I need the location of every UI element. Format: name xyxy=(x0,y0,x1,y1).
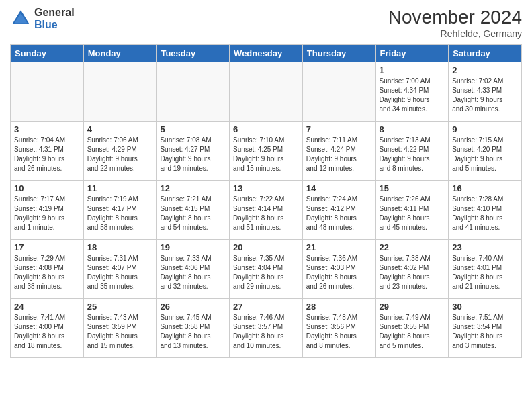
day-number: 19 xyxy=(160,242,226,253)
day-number: 24 xyxy=(14,302,80,312)
day-number: 30 xyxy=(452,302,518,312)
day-info: Sunrise: 7:29 AM Sunset: 4:08 PM Dayligh… xyxy=(14,254,80,291)
calendar-cell: 25Sunrise: 7:43 AM Sunset: 3:59 PM Dayli… xyxy=(83,299,157,358)
day-number: 8 xyxy=(380,124,445,134)
calendar-cell: 11Sunrise: 7:19 AM Sunset: 4:17 PM Dayli… xyxy=(83,181,157,240)
calendar-header-sunday: Sunday xyxy=(11,45,84,62)
calendar-header-wednesday: Wednesday xyxy=(230,45,303,62)
day-info: Sunrise: 7:08 AM Sunset: 4:27 PM Dayligh… xyxy=(160,136,226,173)
calendar-cell: 20Sunrise: 7:35 AM Sunset: 4:04 PM Dayli… xyxy=(230,240,303,299)
logo-blue: Blue xyxy=(34,19,75,31)
day-info: Sunrise: 7:06 AM Sunset: 4:29 PM Dayligh… xyxy=(87,136,153,173)
day-number: 14 xyxy=(306,183,372,193)
day-info: Sunrise: 7:26 AM Sunset: 4:11 PM Dayligh… xyxy=(380,195,445,232)
day-number: 28 xyxy=(306,302,372,312)
day-info: Sunrise: 7:10 AM Sunset: 4:25 PM Dayligh… xyxy=(233,136,299,173)
calendar-cell xyxy=(230,62,303,122)
calendar-cell: 30Sunrise: 7:51 AM Sunset: 3:54 PM Dayli… xyxy=(449,299,522,358)
day-info: Sunrise: 7:00 AM Sunset: 4:34 PM Dayligh… xyxy=(380,77,445,114)
calendar-cell: 29Sunrise: 7:49 AM Sunset: 3:55 PM Dayli… xyxy=(375,299,449,358)
day-info: Sunrise: 7:51 AM Sunset: 3:54 PM Dayligh… xyxy=(452,313,518,351)
calendar-cell: 16Sunrise: 7:28 AM Sunset: 4:10 PM Dayli… xyxy=(449,181,522,240)
calendar-cell: 18Sunrise: 7:31 AM Sunset: 4:07 PM Dayli… xyxy=(83,240,157,299)
day-number: 20 xyxy=(233,242,299,253)
calendar-cell: 27Sunrise: 7:46 AM Sunset: 3:57 PM Dayli… xyxy=(230,299,303,358)
logo: General Blue xyxy=(10,7,75,30)
calendar-header-row: SundayMondayTuesdayWednesdayThursdayFrid… xyxy=(11,45,522,62)
calendar-cell: 23Sunrise: 7:40 AM Sunset: 4:01 PM Dayli… xyxy=(449,240,522,299)
day-info: Sunrise: 7:19 AM Sunset: 4:17 PM Dayligh… xyxy=(87,195,153,232)
day-info: Sunrise: 7:02 AM Sunset: 4:33 PM Dayligh… xyxy=(452,77,518,114)
calendar-week-2: 3Sunrise: 7:04 AM Sunset: 4:31 PM Daylig… xyxy=(11,122,522,181)
calendar-header-tuesday: Tuesday xyxy=(157,45,230,62)
calendar-week-4: 17Sunrise: 7:29 AM Sunset: 4:08 PM Dayli… xyxy=(11,240,522,299)
logo-icon xyxy=(10,8,32,30)
logo-general: General xyxy=(34,7,75,19)
calendar-cell: 24Sunrise: 7:41 AM Sunset: 4:00 PM Dayli… xyxy=(11,299,84,358)
calendar-header-thursday: Thursday xyxy=(302,45,375,62)
day-info: Sunrise: 7:24 AM Sunset: 4:12 PM Dayligh… xyxy=(306,195,372,232)
calendar-cell: 26Sunrise: 7:45 AM Sunset: 3:58 PM Dayli… xyxy=(157,299,230,358)
day-info: Sunrise: 7:43 AM Sunset: 3:59 PM Dayligh… xyxy=(87,313,153,351)
calendar-cell: 21Sunrise: 7:36 AM Sunset: 4:03 PM Dayli… xyxy=(302,240,375,299)
day-number: 7 xyxy=(306,124,372,134)
day-info: Sunrise: 7:35 AM Sunset: 4:04 PM Dayligh… xyxy=(233,254,299,291)
calendar-cell: 22Sunrise: 7:38 AM Sunset: 4:02 PM Dayli… xyxy=(375,240,449,299)
calendar-cell xyxy=(11,62,84,122)
header: General Blue November 2024 Rehfelde, Ger… xyxy=(10,7,522,39)
calendar-cell: 10Sunrise: 7:17 AM Sunset: 4:19 PM Dayli… xyxy=(11,181,84,240)
day-info: Sunrise: 7:33 AM Sunset: 4:06 PM Dayligh… xyxy=(160,254,226,291)
location: Rehfelde, Germany xyxy=(388,28,522,39)
day-info: Sunrise: 7:36 AM Sunset: 4:03 PM Dayligh… xyxy=(306,254,372,291)
day-info: Sunrise: 7:46 AM Sunset: 3:57 PM Dayligh… xyxy=(233,313,299,351)
day-number: 26 xyxy=(160,302,226,312)
day-info: Sunrise: 7:17 AM Sunset: 4:19 PM Dayligh… xyxy=(14,195,80,232)
calendar-cell: 28Sunrise: 7:48 AM Sunset: 3:56 PM Dayli… xyxy=(302,299,375,358)
day-number: 1 xyxy=(380,65,445,75)
day-info: Sunrise: 7:22 AM Sunset: 4:14 PM Dayligh… xyxy=(233,195,299,232)
calendar-cell: 14Sunrise: 7:24 AM Sunset: 4:12 PM Dayli… xyxy=(302,181,375,240)
title-block: November 2024 Rehfelde, Germany xyxy=(388,7,522,39)
day-number: 10 xyxy=(14,183,80,193)
calendar-header-monday: Monday xyxy=(83,45,157,62)
day-number: 23 xyxy=(452,242,518,253)
calendar-cell xyxy=(83,62,157,122)
logo-text: General Blue xyxy=(34,7,75,30)
day-number: 16 xyxy=(452,183,518,193)
calendar-cell: 1Sunrise: 7:00 AM Sunset: 4:34 PM Daylig… xyxy=(375,62,449,122)
day-number: 27 xyxy=(233,302,299,312)
day-info: Sunrise: 7:15 AM Sunset: 4:20 PM Dayligh… xyxy=(452,136,518,173)
calendar-cell: 5Sunrise: 7:08 AM Sunset: 4:27 PM Daylig… xyxy=(157,122,230,181)
calendar-cell: 6Sunrise: 7:10 AM Sunset: 4:25 PM Daylig… xyxy=(230,122,303,181)
day-info: Sunrise: 7:04 AM Sunset: 4:31 PM Dayligh… xyxy=(14,136,80,173)
day-number: 25 xyxy=(87,302,153,312)
day-number: 2 xyxy=(452,65,518,75)
calendar-cell: 17Sunrise: 7:29 AM Sunset: 4:08 PM Dayli… xyxy=(11,240,84,299)
calendar-cell: 7Sunrise: 7:11 AM Sunset: 4:24 PM Daylig… xyxy=(302,122,375,181)
day-number: 11 xyxy=(87,183,153,193)
day-number: 6 xyxy=(233,124,299,134)
day-number: 17 xyxy=(14,242,80,253)
calendar-cell xyxy=(157,62,230,122)
day-info: Sunrise: 7:11 AM Sunset: 4:24 PM Dayligh… xyxy=(306,136,372,173)
day-number: 12 xyxy=(160,183,226,193)
page: General Blue November 2024 Rehfelde, Ger… xyxy=(0,0,532,411)
calendar-cell: 3Sunrise: 7:04 AM Sunset: 4:31 PM Daylig… xyxy=(11,122,84,181)
day-info: Sunrise: 7:48 AM Sunset: 3:56 PM Dayligh… xyxy=(306,313,372,351)
day-info: Sunrise: 7:49 AM Sunset: 3:55 PM Dayligh… xyxy=(380,313,445,351)
calendar-week-1: 1Sunrise: 7:00 AM Sunset: 4:34 PM Daylig… xyxy=(11,62,522,122)
calendar-cell: 2Sunrise: 7:02 AM Sunset: 4:33 PM Daylig… xyxy=(449,62,522,122)
day-number: 3 xyxy=(14,124,80,134)
day-number: 29 xyxy=(380,302,445,312)
calendar-header-friday: Friday xyxy=(375,45,449,62)
day-info: Sunrise: 7:31 AM Sunset: 4:07 PM Dayligh… xyxy=(87,254,153,291)
calendar-week-5: 24Sunrise: 7:41 AM Sunset: 4:00 PM Dayli… xyxy=(11,299,522,358)
day-number: 15 xyxy=(380,183,445,193)
day-number: 21 xyxy=(306,242,372,253)
calendar-cell: 4Sunrise: 7:06 AM Sunset: 4:29 PM Daylig… xyxy=(83,122,157,181)
day-info: Sunrise: 7:21 AM Sunset: 4:15 PM Dayligh… xyxy=(160,195,226,232)
calendar-cell xyxy=(302,62,375,122)
day-info: Sunrise: 7:38 AM Sunset: 4:02 PM Dayligh… xyxy=(380,254,445,291)
calendar-header-saturday: Saturday xyxy=(449,45,522,62)
calendar-cell: 9Sunrise: 7:15 AM Sunset: 4:20 PM Daylig… xyxy=(449,122,522,181)
